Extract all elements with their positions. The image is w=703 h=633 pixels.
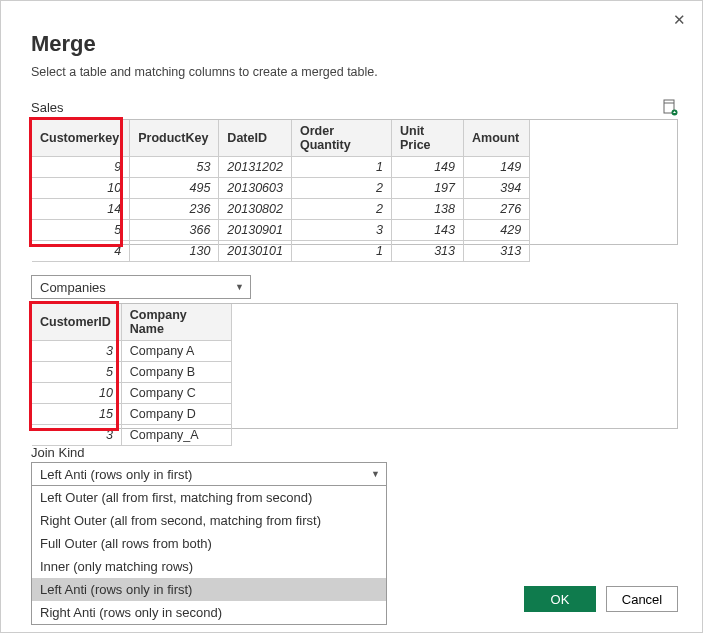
ok-button[interactable]: OK — [524, 586, 596, 612]
col-productkey[interactable]: ProductKey — [130, 120, 219, 157]
cell[interactable]: 3 — [291, 220, 391, 241]
close-icon[interactable]: ✕ — [673, 11, 686, 29]
cell[interactable]: 1 — [291, 241, 391, 262]
cell[interactable]: Company A — [121, 341, 231, 362]
col-customerkey[interactable]: Customerkey — [32, 120, 130, 157]
table-header-row[interactable]: Customerkey ProductKey DateID Order Quan… — [32, 120, 530, 157]
table-row[interactable]: 14236201308022138276 — [32, 199, 530, 220]
second-table-selected: Companies — [40, 280, 106, 295]
join-kind-option[interactable]: Inner (only matching rows) — [32, 555, 386, 578]
join-kind-selected: Left Anti (rows only in first) — [40, 467, 192, 482]
cell[interactable]: 53 — [130, 157, 219, 178]
cell[interactable]: 149 — [463, 157, 529, 178]
table1-preview[interactable]: Customerkey ProductKey DateID Order Quan… — [31, 119, 678, 245]
cell[interactable]: Company B — [121, 362, 231, 383]
join-kind-label: Join Kind — [31, 445, 678, 460]
sales-table[interactable]: Customerkey ProductKey DateID Order Quan… — [32, 120, 530, 262]
dialog-subtitle: Select a table and matching columns to c… — [31, 65, 678, 79]
table-row[interactable]: 5366201309013143429 — [32, 220, 530, 241]
join-kind-option[interactable]: Right Outer (all from second, matching f… — [32, 509, 386, 532]
cell[interactable]: 20130603 — [219, 178, 292, 199]
col-companyname[interactable]: Company Name — [121, 304, 231, 341]
expand-table-icon[interactable] — [662, 99, 678, 117]
cell[interactable]: 2 — [291, 199, 391, 220]
table2-preview[interactable]: CustomerID Company Name 3Company A5Compa… — [31, 303, 678, 429]
cell[interactable]: 394 — [463, 178, 529, 199]
cell[interactable]: 10 — [32, 178, 130, 199]
dialog-title: Merge — [31, 31, 678, 57]
merge-dialog: ✕ Merge Select a table and matching colu… — [0, 0, 703, 633]
cell[interactable]: 20131202 — [219, 157, 292, 178]
cell[interactable]: 429 — [463, 220, 529, 241]
table-row[interactable]: 5Company B — [32, 362, 231, 383]
join-kind-option[interactable]: Left Outer (all from first, matching fro… — [32, 486, 386, 509]
table-row[interactable]: 15Company D — [32, 404, 231, 425]
join-kind-dropdown[interactable]: Left Outer (all from first, matching fro… — [31, 486, 387, 625]
table-row[interactable]: 3Company_A — [32, 425, 231, 446]
cell[interactable]: 313 — [463, 241, 529, 262]
col-unitprice[interactable]: Unit Price — [391, 120, 463, 157]
cell[interactable]: 9 — [32, 157, 130, 178]
col-amount[interactable]: Amount — [463, 120, 529, 157]
cell[interactable]: 495 — [130, 178, 219, 199]
cell[interactable]: Company C — [121, 383, 231, 404]
chevron-down-icon: ▼ — [371, 469, 380, 479]
table-row[interactable]: 10495201306032197394 — [32, 178, 530, 199]
cell[interactable]: Company_A — [121, 425, 231, 446]
cell[interactable]: Company D — [121, 404, 231, 425]
table-header-row[interactable]: CustomerID Company Name — [32, 304, 231, 341]
join-kind-option[interactable]: Full Outer (all rows from both) — [32, 532, 386, 555]
second-table-select[interactable]: Companies ▼ — [31, 275, 251, 299]
cell[interactable]: 149 — [391, 157, 463, 178]
cell[interactable]: 14 — [32, 199, 130, 220]
cell[interactable]: 3 — [32, 341, 121, 362]
cell[interactable]: 10 — [32, 383, 121, 404]
table-row[interactable]: 953201312021149149 — [32, 157, 530, 178]
cell[interactable]: 20130901 — [219, 220, 292, 241]
cell[interactable]: 15 — [32, 404, 121, 425]
cancel-button[interactable]: Cancel — [606, 586, 678, 612]
cell[interactable]: 4 — [32, 241, 130, 262]
cell[interactable]: 20130802 — [219, 199, 292, 220]
col-orderqty[interactable]: Order Quantity — [291, 120, 391, 157]
cell[interactable]: 313 — [391, 241, 463, 262]
table1-label: Sales — [31, 100, 64, 115]
cell[interactable]: 366 — [130, 220, 219, 241]
cell[interactable]: 138 — [391, 199, 463, 220]
cell[interactable]: 5 — [32, 220, 130, 241]
cell[interactable]: 143 — [391, 220, 463, 241]
join-kind-select[interactable]: Left Anti (rows only in first) ▼ — [31, 462, 387, 486]
join-kind-option[interactable]: Left Anti (rows only in first) — [32, 578, 386, 601]
col-dateid[interactable]: DateID — [219, 120, 292, 157]
cell[interactable]: 5 — [32, 362, 121, 383]
chevron-down-icon: ▼ — [235, 282, 244, 292]
join-kind-option[interactable]: Right Anti (rows only in second) — [32, 601, 386, 624]
cell[interactable]: 3 — [32, 425, 121, 446]
cell[interactable]: 197 — [391, 178, 463, 199]
cell[interactable]: 276 — [463, 199, 529, 220]
companies-table[interactable]: CustomerID Company Name 3Company A5Compa… — [32, 304, 232, 446]
cell[interactable]: 1 — [291, 157, 391, 178]
col-customerid[interactable]: CustomerID — [32, 304, 121, 341]
cell[interactable]: 2 — [291, 178, 391, 199]
table-row[interactable]: 4130201301011313313 — [32, 241, 530, 262]
cell[interactable]: 20130101 — [219, 241, 292, 262]
cell[interactable]: 236 — [130, 199, 219, 220]
table-row[interactable]: 10Company C — [32, 383, 231, 404]
table-row[interactable]: 3Company A — [32, 341, 231, 362]
cell[interactable]: 130 — [130, 241, 219, 262]
